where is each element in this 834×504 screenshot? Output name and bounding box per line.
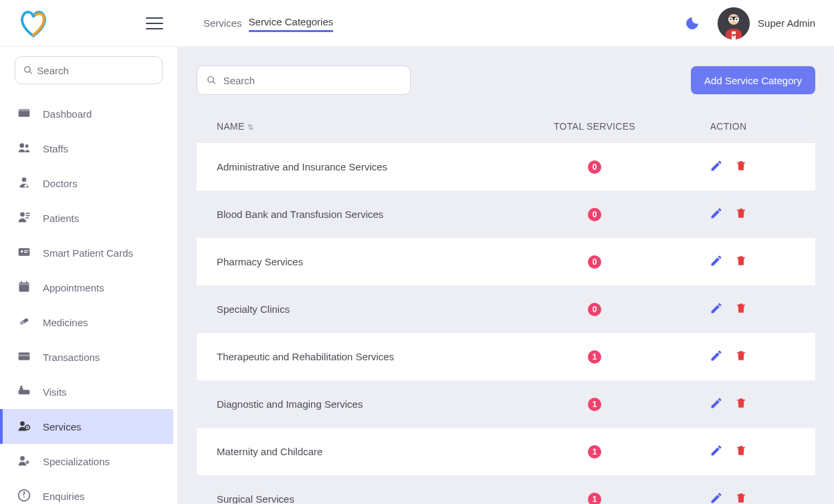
edit-icon[interactable] xyxy=(710,254,723,270)
cell-name: Surgical Services xyxy=(217,493,528,504)
staffs-icon xyxy=(17,141,31,156)
sidebar-item-label: Dashboard xyxy=(43,108,92,120)
column-name[interactable]: NAME⇅ xyxy=(217,121,528,132)
sidebar-item-enquiries[interactable]: Enquiries xyxy=(0,479,173,504)
cell-name: Diagnostic and Imaging Services xyxy=(217,398,528,410)
svg-point-15 xyxy=(20,212,25,217)
edit-icon[interactable] xyxy=(710,396,723,412)
count-badge: 1 xyxy=(588,493,601,505)
delete-icon[interactable] xyxy=(735,397,747,412)
svg-rect-22 xyxy=(24,252,27,253)
medicines-icon xyxy=(17,315,31,330)
cell-actions xyxy=(661,301,795,318)
menu-toggle[interactable] xyxy=(146,15,163,32)
svg-rect-32 xyxy=(19,388,23,391)
visits-icon xyxy=(17,384,31,400)
delete-icon[interactable] xyxy=(735,160,747,174)
table-row: Administrative and Insurance Services0 xyxy=(197,143,815,191)
table-row: Diagnostic and Imaging Services1 xyxy=(197,380,815,428)
svg-rect-25 xyxy=(21,281,22,283)
sidebar-item-label: Staffs xyxy=(43,143,68,154)
sidebar-item-staffs[interactable]: Staffs xyxy=(0,131,173,166)
dashboard-icon xyxy=(17,106,31,122)
add-service-category-button[interactable]: Add Service Category xyxy=(691,66,815,94)
table-row: Therapeutic and Rehabilitation Services1 xyxy=(197,333,815,380)
delete-icon[interactable] xyxy=(735,302,747,317)
edit-icon[interactable] xyxy=(710,159,723,175)
cell-actions xyxy=(661,491,795,505)
sidebar-item-label: Doctors xyxy=(43,178,78,189)
sidebar-item-services[interactable]: Services xyxy=(0,409,173,444)
sidebar-item-patients[interactable]: Patients xyxy=(0,201,173,235)
sort-icon: ⇅ xyxy=(247,123,253,131)
avatar[interactable] xyxy=(718,7,750,39)
sidebar-item-dashboard[interactable]: Dashboard xyxy=(0,96,173,131)
svg-rect-26 xyxy=(26,281,27,283)
delete-icon[interactable] xyxy=(735,445,747,459)
service-categories-table: NAME⇅ TOTAL SERVICES ACTION Administrati… xyxy=(197,110,815,504)
sidebar-item-appointments[interactable]: Appointments xyxy=(0,270,173,305)
sidebar-item-transactions[interactable]: Transactions xyxy=(0,340,173,374)
patients-icon xyxy=(17,211,31,226)
breadcrumb: Services Service Categories xyxy=(203,15,333,32)
sidebar-item-visits[interactable]: Visits xyxy=(0,374,173,409)
sidebar-item-label: Visits xyxy=(43,386,67,398)
cell-total-services: 0 xyxy=(528,160,661,174)
logo[interactable] xyxy=(15,5,52,42)
tab-service-categories[interactable]: Service Categories xyxy=(249,15,334,32)
sidebar-item-medicines[interactable]: Medicines xyxy=(0,305,173,340)
svg-rect-24 xyxy=(19,282,29,285)
sidebar-search-input[interactable] xyxy=(37,65,154,76)
edit-icon[interactable] xyxy=(710,301,723,318)
cell-name: Specialty Clinics xyxy=(217,303,528,315)
table-row: Blood Bank and Transfusion Services0 xyxy=(197,191,815,238)
svg-rect-21 xyxy=(24,250,29,251)
sidebar-search[interactable] xyxy=(15,56,163,84)
svg-point-37 xyxy=(20,456,25,461)
count-badge: 0 xyxy=(588,208,601,221)
table-row: Pharmacy Services0 xyxy=(197,238,815,285)
cards-icon xyxy=(17,245,31,261)
main-search[interactable] xyxy=(197,66,411,95)
main-search-input[interactable] xyxy=(223,75,401,86)
user-name[interactable]: Super Admin xyxy=(758,17,815,29)
cell-total-services: 0 xyxy=(528,303,661,316)
edit-icon[interactable] xyxy=(710,444,723,460)
cell-total-services: 0 xyxy=(528,208,661,221)
cell-name: Therapeutic and Rehabilitation Services xyxy=(217,351,528,362)
delete-icon[interactable] xyxy=(735,350,747,364)
svg-rect-30 xyxy=(19,354,30,356)
sidebar-item-doctors[interactable]: Doctors xyxy=(0,166,173,201)
dark-mode-toggle[interactable] xyxy=(684,15,700,31)
svg-rect-17 xyxy=(26,215,30,216)
sidebar: DashboardStaffsDoctorsPatientsSmart Pati… xyxy=(0,47,178,504)
delete-icon[interactable] xyxy=(735,255,747,269)
edit-icon[interactable] xyxy=(710,491,723,505)
sidebar-item-label: Services xyxy=(43,421,82,432)
sidebar-item-label: Medicines xyxy=(43,317,88,328)
sidebar-item-label: Specializations xyxy=(43,456,110,467)
sidebar-item-smart-patient-cards[interactable]: Smart Patient Cards xyxy=(0,235,173,270)
edit-icon[interactable] xyxy=(710,207,723,223)
cell-actions xyxy=(661,207,795,223)
edit-icon[interactable] xyxy=(710,349,723,365)
cell-actions xyxy=(661,396,795,412)
svg-point-5 xyxy=(730,18,731,19)
svg-rect-16 xyxy=(26,213,30,214)
sidebar-item-label: Smart Patient Cards xyxy=(43,247,133,259)
delete-icon[interactable] xyxy=(735,492,747,505)
cell-name: Maternity and Childcare xyxy=(217,446,528,457)
svg-rect-18 xyxy=(26,217,29,219)
enquiries-icon xyxy=(17,489,31,504)
column-action: ACTION xyxy=(661,121,795,132)
count-badge: 0 xyxy=(588,160,601,174)
delete-icon[interactable] xyxy=(735,207,747,222)
cell-total-services: 1 xyxy=(528,493,661,505)
tab-services[interactable]: Services xyxy=(203,16,242,30)
sidebar-item-specializations[interactable]: Specializations xyxy=(0,444,173,479)
table-row: Specialty Clinics0 xyxy=(197,285,815,333)
cell-actions xyxy=(661,254,795,270)
svg-point-6 xyxy=(736,18,737,19)
svg-point-12 xyxy=(22,177,27,182)
cell-total-services: 1 xyxy=(528,350,661,364)
